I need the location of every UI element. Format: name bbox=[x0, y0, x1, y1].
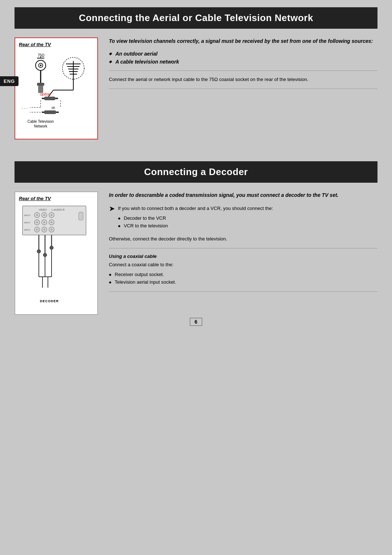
decoder-diagram-label: Rear of the TV bbox=[19, 196, 94, 201]
decoder-arrow-content: If you wish to connect both a decoder an… bbox=[118, 205, 273, 232]
section1-body: Connect the aerial or network input cabl… bbox=[109, 76, 377, 84]
otherwise-text: Otherwise, connect the decoder directly … bbox=[109, 235, 377, 243]
decoder-sub-bullets: Decoder to the VCR VCR to the television bbox=[118, 215, 273, 230]
svg-point-39 bbox=[36, 214, 38, 216]
svg-point-60 bbox=[37, 250, 41, 253]
svg-text:- - -: - - - bbox=[22, 106, 28, 110]
bullet-receiver-output: Receiver output socket. bbox=[109, 271, 377, 279]
svg-point-47 bbox=[36, 221, 38, 223]
bullet-decoder-vcr: Decoder to the VCR bbox=[118, 215, 273, 222]
divider4 bbox=[109, 291, 377, 292]
svg-rect-30 bbox=[56, 112, 59, 113]
svg-point-41 bbox=[43, 214, 45, 216]
aerial-diagram-label: Rear of the TV bbox=[19, 42, 94, 47]
section-aerial: Connecting the Aerial or Cable Televisio… bbox=[0, 0, 392, 150]
using-coaxial-title: Using a coaxial cable bbox=[109, 254, 377, 259]
bullet-vcr-tv: VCR to the television bbox=[118, 222, 273, 230]
svg-text:INPUT: INPUT bbox=[24, 229, 30, 231]
svg-text:INPUT: INPUT bbox=[24, 214, 30, 216]
divider1 bbox=[109, 70, 377, 71]
svg-text:75Ω: 75Ω bbox=[38, 53, 45, 57]
decoder-arrow-text: If you wish to connect both a decoder an… bbox=[118, 205, 273, 212]
section-decoder: Connecting a Decoder Rear of the TV VIDE… bbox=[0, 154, 392, 343]
svg-text:INPUT: INPUT bbox=[24, 222, 30, 224]
svg-point-49 bbox=[43, 221, 45, 223]
bullet-outdoor-aerial: An outdoor aerial bbox=[109, 51, 377, 57]
section1-title-box: Connecting the Aerial or Cable Televisio… bbox=[15, 7, 377, 29]
svg-point-66 bbox=[43, 253, 47, 257]
svg-point-56 bbox=[43, 228, 45, 231]
svg-rect-7 bbox=[37, 83, 44, 86]
page-number-container: 6 bbox=[15, 318, 377, 332]
svg-text:Cable Television: Cable Television bbox=[28, 119, 54, 123]
section1-bullets: An outdoor aerial A cable television net… bbox=[109, 51, 377, 65]
svg-text:VIDEO: VIDEO bbox=[39, 208, 47, 211]
svg-text:L-AUDIO-R: L-AUDIO-R bbox=[52, 208, 65, 211]
svg-rect-28 bbox=[44, 110, 56, 114]
svg-rect-44 bbox=[79, 212, 83, 220]
svg-rect-20 bbox=[44, 97, 55, 100]
svg-point-43 bbox=[50, 214, 53, 216]
bullet-tv-aerial-input: Television aerial input socket. bbox=[109, 279, 377, 286]
divider3 bbox=[109, 248, 377, 248]
svg-text:option: option bbox=[40, 92, 51, 96]
svg-point-58 bbox=[50, 228, 53, 231]
bullet-cable-network: A cable television network bbox=[109, 59, 377, 65]
coaxial-bullets: Receiver output socket. Television aeria… bbox=[109, 271, 377, 286]
section1-content: Rear of the TV 75Ω bbox=[15, 37, 377, 139]
section2-title-box: Connecting a Decoder bbox=[15, 161, 377, 183]
eng-badge: ENG bbox=[0, 76, 19, 86]
section2-content: Rear of the TV VIDEO L-AUDIO-R INPUT bbox=[15, 191, 377, 315]
page-number: 6 bbox=[190, 318, 202, 326]
divider2 bbox=[109, 89, 377, 89]
svg-text:or: or bbox=[52, 105, 55, 110]
svg-point-51 bbox=[50, 221, 53, 223]
svg-point-54 bbox=[36, 228, 38, 231]
svg-rect-29 bbox=[42, 112, 45, 113]
section1-intro: To view television channels correctly, a… bbox=[109, 37, 377, 45]
arrow-icon: ➤ bbox=[109, 204, 115, 213]
svg-rect-22 bbox=[55, 98, 58, 99]
aerial-diagram-box: Rear of the TV 75Ω bbox=[15, 37, 98, 139]
section2-intro: In order to descramble a coded transmiss… bbox=[109, 191, 377, 199]
section1-title: Connecting the Aerial or Cable Televisio… bbox=[22, 12, 370, 24]
section2-title: Connecting a Decoder bbox=[22, 166, 370, 178]
section1-right: To view television channels correctly, a… bbox=[109, 37, 377, 94]
page-wrapper: ENG Connecting the Aerial or Cable Telev… bbox=[0, 0, 392, 555]
decoder-diagram-box: Rear of the TV VIDEO L-AUDIO-R INPUT bbox=[15, 191, 98, 315]
decoder-svg: VIDEO L-AUDIO-R INPUT INPUT bbox=[19, 204, 94, 306]
aerial-svg: 75Ω bbox=[19, 50, 94, 134]
section2-right: In order to descramble a coded transmiss… bbox=[109, 191, 377, 297]
svg-rect-21 bbox=[42, 98, 45, 99]
svg-point-5 bbox=[40, 65, 41, 66]
svg-point-63 bbox=[50, 246, 53, 250]
svg-text:DECODER: DECODER bbox=[40, 299, 59, 303]
svg-text:Network: Network bbox=[34, 124, 48, 128]
using-coaxial-body: Connect a coaxial cable to the: bbox=[109, 261, 377, 269]
decoder-arrow-bullet: ➤ If you wish to connect both a decoder … bbox=[109, 205, 377, 232]
